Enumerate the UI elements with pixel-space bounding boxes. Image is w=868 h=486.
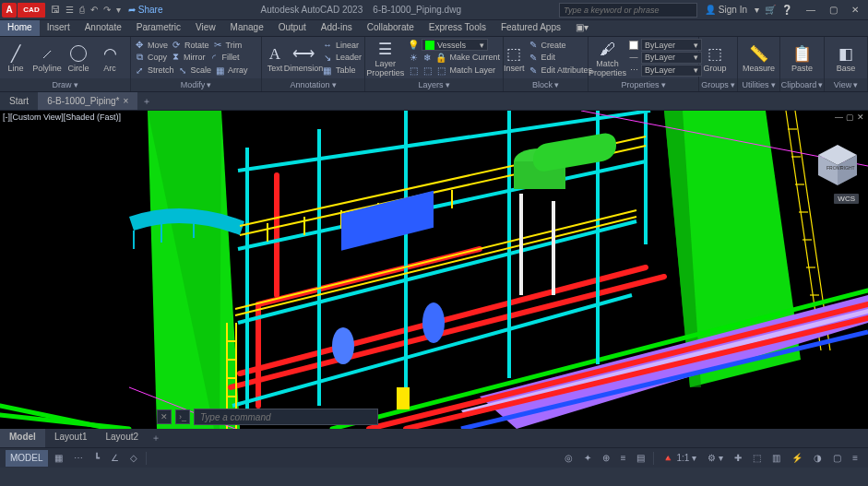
match-properties-button[interactable]: 🖌Match Properties — [589, 37, 626, 78]
help-icon[interactable]: ❔ — [781, 5, 792, 15]
drawing-tab[interactable]: 6-B-1000_Piping*× — [38, 92, 137, 110]
measure-button[interactable]: 📏Measure — [738, 37, 779, 78]
close-tab-icon[interactable]: × — [124, 96, 129, 106]
linear-icon[interactable]: ↔ — [322, 40, 333, 50]
mirror-button[interactable]: Mirror — [184, 53, 206, 62]
model-tab[interactable]: Model — [0, 429, 45, 447]
leader-icon[interactable]: ↘ — [322, 53, 333, 63]
customize-status-icon[interactable]: ≡ — [848, 450, 862, 467]
hardware-accel-icon[interactable]: ⚡ — [787, 450, 807, 467]
dimension-button[interactable]: ⟷Dimension — [288, 37, 319, 78]
scale-button[interactable]: Scale — [191, 65, 212, 75]
app-store-icon[interactable]: 🛒 — [765, 5, 776, 15]
view-cube[interactable]: FRONT RIGHT — [814, 142, 861, 188]
linetype-select[interactable]: ByLayer▾ — [641, 65, 702, 77]
qat-save-icon[interactable]: 🖫 — [51, 5, 60, 15]
create-icon[interactable]: ✎ — [528, 40, 539, 50]
window-maximize-button[interactable]: ▢ — [822, 1, 844, 19]
layout1-tab[interactable]: Layout1 — [45, 429, 97, 447]
leader-button[interactable]: Leader — [336, 53, 362, 62]
isodraft-toggle-icon[interactable]: ◇ — [125, 450, 142, 467]
copy-button[interactable]: Copy — [148, 53, 167, 62]
qat-redo-icon[interactable]: ↷ — [103, 5, 111, 15]
line-button[interactable]: ╱Line — [0, 37, 31, 78]
table-icon[interactable]: ▦ — [322, 65, 333, 76]
viewport-label[interactable]: [-][Custom View][Shaded (Fast)] — [3, 113, 121, 122]
tab-collaborate[interactable]: Collaborate — [360, 20, 422, 36]
color-select[interactable]: ByLayer▾ — [641, 39, 702, 51]
command-input[interactable] — [194, 409, 378, 425]
start-tab[interactable]: Start — [0, 92, 38, 110]
tab-annotate[interactable]: Annotate — [77, 20, 129, 36]
base-view-button[interactable]: ◧Base — [825, 37, 867, 78]
share-button[interactable]: ➦ Share — [128, 5, 162, 15]
trim-button[interactable]: Trim — [226, 41, 243, 50]
tab-manage[interactable]: Manage — [223, 20, 271, 36]
tab-home[interactable]: Home — [0, 20, 40, 36]
annoscale-icon[interactable]: 🔺 1:1 ▾ — [658, 450, 701, 467]
layer-properties-button[interactable]: ☰Layer Properties — [365, 37, 405, 78]
tab-featured-apps[interactable]: Featured Apps — [493, 20, 568, 36]
edit-attr-icon[interactable]: ✎ — [528, 65, 539, 76]
cleanscreen-icon[interactable]: ▢ — [828, 450, 846, 467]
help-search-input[interactable] — [559, 3, 697, 18]
snap-toggle-icon[interactable]: ⋯ — [69, 450, 88, 467]
qat-print-icon[interactable]: ⎙ — [79, 5, 85, 15]
qat-undo-icon[interactable]: ↶ — [90, 5, 98, 15]
move-button[interactable]: Move — [148, 41, 168, 50]
qat-open-icon[interactable]: ☰ — [65, 5, 74, 15]
new-tab-button[interactable]: ＋ — [137, 92, 156, 110]
wcs-badge[interactable]: WCS — [834, 194, 859, 204]
array-icon[interactable]: ▦ — [214, 65, 225, 76]
status-model-button[interactable]: MODEL — [6, 450, 48, 467]
tab-parametric[interactable]: Parametric — [129, 20, 188, 36]
move-icon[interactable]: ✥ — [134, 40, 145, 50]
copy-icon[interactable]: ⧉ — [134, 52, 145, 63]
dyninput-toggle-icon[interactable]: ⊕ — [598, 450, 614, 467]
layer-select[interactable]: Vessels▾ — [422, 39, 488, 51]
scale-icon[interactable]: ⤡ — [177, 65, 188, 76]
edit-attributes-button[interactable]: Edit Attributes — [541, 65, 593, 75]
polyline-button[interactable]: ⟋Polyline — [31, 37, 63, 78]
osnap-toggle-icon[interactable]: ◎ — [560, 450, 577, 467]
units-icon[interactable]: ⬚ — [748, 450, 766, 467]
isolate-icon[interactable]: ◑ — [809, 450, 826, 467]
ortho-toggle-icon[interactable]: ┗ — [89, 450, 104, 467]
window-minimize-button[interactable]: — — [800, 1, 822, 19]
transparency-toggle-icon[interactable]: ▤ — [632, 450, 649, 467]
array-button[interactable]: Array — [228, 65, 248, 75]
trim-icon[interactable]: ✂ — [212, 40, 223, 50]
tab-output[interactable]: Output — [271, 20, 314, 36]
viewport-maximize-icon[interactable]: ▢ — [846, 113, 854, 122]
edit-icon[interactable]: ✎ — [528, 53, 539, 63]
layer-tool-icon[interactable]: ☀ — [408, 53, 419, 63]
paste-button[interactable]: 📋Paste — [780, 37, 824, 78]
mirror-icon[interactable]: ⧗ — [170, 52, 181, 63]
model-viewport[interactable]: [-][Custom View][Shaded (Fast)] — ▢ ✕ — [0, 111, 868, 429]
stretch-icon[interactable]: ⤢ — [134, 65, 145, 76]
cart-icon[interactable]: ▾ — [755, 5, 759, 15]
cmd-chevron-icon[interactable]: ›_ — [175, 409, 190, 424]
tab-addins[interactable]: Add-ins — [314, 20, 360, 36]
tab-view[interactable]: View — [188, 20, 223, 36]
viewport-close-icon[interactable]: ✕ — [857, 113, 864, 122]
window-close-button[interactable]: ✕ — [844, 1, 866, 19]
rotate-icon[interactable]: ⟳ — [171, 40, 182, 50]
make-current-button[interactable]: Make Current — [449, 53, 500, 62]
annotation-monitor-icon[interactable]: ✚ — [730, 450, 746, 467]
workspace-icon[interactable]: ⚙ ▾ — [703, 450, 728, 467]
tab-express-tools[interactable]: Express Tools — [422, 20, 493, 36]
circle-button[interactable]: Circle — [63, 37, 94, 78]
polar-toggle-icon[interactable]: ∠ — [106, 450, 124, 467]
table-button[interactable]: Table — [336, 65, 356, 75]
add-layout-button[interactable]: ＋ — [148, 429, 164, 447]
create-block-button[interactable]: Create — [541, 41, 566, 50]
insert-button[interactable]: ⬚Insert — [504, 37, 525, 78]
fillet-icon[interactable]: ◜ — [208, 53, 220, 63]
arc-button[interactable]: ◠Arc — [94, 37, 125, 78]
fillet-button[interactable]: Fillet — [222, 53, 240, 62]
grid-toggle-icon[interactable]: ▦ — [50, 450, 67, 467]
cmd-close-icon[interactable]: ✕ — [157, 409, 172, 424]
tab-insert[interactable]: Insert — [40, 20, 77, 36]
signin-button[interactable]: 👤 Sign In — [705, 5, 747, 15]
